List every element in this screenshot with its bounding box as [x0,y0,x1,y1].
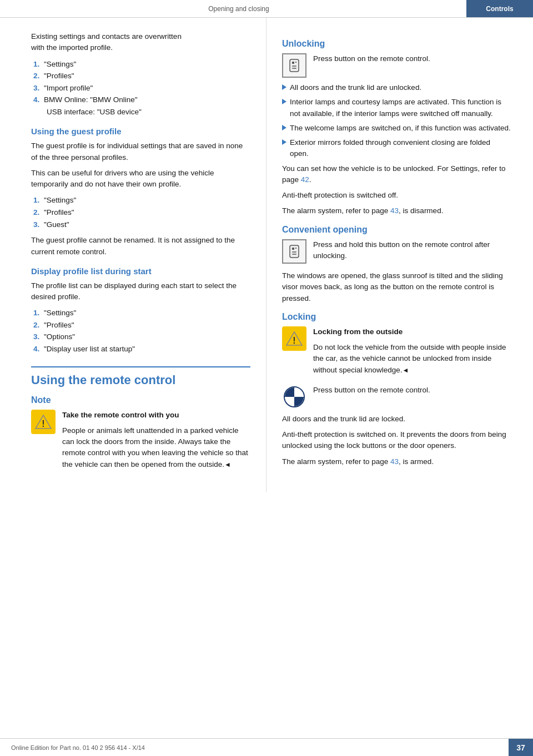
remote-control-icon [282,53,306,78]
list-item: 4. BMW Online: "BMW Online" [31,94,250,106]
list-item: 1. "Settings" [31,58,250,70]
list-item: USB interface: "USB device" [31,106,250,118]
unlocking-p3: The alarm system, refer to page 43, is d… [282,205,511,216]
locking-warning-text: Locking from the outside Do not lock the… [313,326,511,380]
left-column: Existing settings and contacts are overw… [0,18,266,492]
locking-warning-icon: ! [282,326,306,351]
list-item: 2. "Profiles" [31,70,250,82]
header-section-left: Opening and closing [0,5,466,13]
locking-icon-label: Press button on the remote control. [313,385,430,396]
steps-import: 1. "Settings" 2. "Profiles" 3. "Import p… [31,58,250,118]
intro-line1: Existing settings and contacts are overw… [31,31,250,54]
unlocking-icon-label: Press button on the remote control. [313,53,430,64]
unlocking-p1: You can set how the vehicle is to be unl… [282,163,511,186]
remote-control-hold-icon [282,239,306,264]
section-locking-heading: Locking [282,312,511,322]
page-link-42[interactable]: 42 [301,175,309,184]
footer-label: Online Edition for Part no. 01 40 2 956 … [11,744,145,751]
unlocking-icon-row: Press button on the remote control. [282,53,511,78]
locking-warning-row: ! Locking from the outside Do not lock t… [282,326,511,380]
arrow-icon [282,84,286,90]
arrow-icon [282,99,286,104]
list-item: 3. "Guest" [31,219,250,231]
page-link-43b[interactable]: 43 [390,457,399,466]
svg-rect-10 [292,251,296,253]
svg-text:!: ! [293,336,295,345]
main-content: Existing settings and contacts are overw… [0,18,533,492]
display-p1: The profile list can be displayed during… [31,280,250,303]
svg-text:!: ! [42,419,44,429]
right-column: Unlocking Press button on the remote con… [266,18,533,492]
arrow-icon [282,139,286,145]
list-item: 2. "Profiles" [31,319,250,331]
note-p1: People or animals left unattended in a p… [62,425,250,470]
bullet-unlocking-1: All doors and the trunk lid are unlocked… [282,82,511,93]
svg-rect-8 [292,248,294,250]
list-item: 3. "Import profile" [31,82,250,94]
page-footer: Online Edition for Part no. 01 40 2 956 … [0,738,533,756]
steps-guest: 1. "Settings" 2. "Profiles" 3. "Guest" [31,194,250,230]
svg-rect-6 [292,68,296,69]
list-item: 1. "Settings" [31,307,250,319]
convenient-p1: The windows are opened, the glass sunroo… [282,270,511,304]
section-convenient-heading: Convenient opening [282,225,511,235]
svg-rect-9 [295,248,296,249]
warning-icon: ! [31,410,56,434]
page-header: Opening and closing Controls [0,0,533,18]
header-right-label: Controls [486,5,513,13]
svg-rect-5 [292,65,296,67]
note-text-block: Take the remote control with you People … [62,410,250,475]
section-guest-heading: Using the guest profile [31,127,250,136]
list-item: 4. "Display user list at startup" [31,343,250,355]
convenient-icon-row: Press and hold this button on the remote… [282,239,511,266]
bmw-circle-logo [284,386,305,407]
locking-p4: The alarm system, refer to page 43, is a… [282,456,511,467]
section-display-heading: Display profile list during start [31,266,250,276]
svg-rect-11 [292,254,296,255]
section-remote-heading: Using the remote control [31,366,250,387]
bullet-unlocking-4: Exterior mirrors folded through convenie… [282,137,511,160]
svg-rect-3 [292,62,294,64]
page-link-43a[interactable]: 43 [390,206,399,215]
bullet-unlocking-2: Interior lamps and courtesy lamps are ac… [282,97,511,119]
locking-icon-row: Press button on the remote control. [282,385,511,409]
page-number: 37 [509,739,533,756]
guest-p3: The guest profile cannot be renamed. It … [31,235,250,258]
bmw-logo [282,385,306,409]
locking-p3: Anti-theft protection is switched on. It… [282,429,511,452]
note-icon-row: ! Take the remote control with you Peopl… [31,410,250,475]
list-item: 3. "Options" [31,331,250,343]
arrow-icon [282,125,286,130]
steps-display: 1. "Settings" 2. "Profiles" 3. "Options"… [31,307,250,355]
list-item: 1. "Settings" [31,194,250,206]
section-unlocking-heading: Unlocking [282,39,511,49]
bullet-unlocking-3: The welcome lamps are switched on, if th… [282,123,511,134]
header-section-right: Controls [466,0,533,17]
note-warning-label: Take the remote control with you [62,410,250,421]
locking-p2: All doors and the trunk lid are locked. [282,414,511,425]
unlocking-p2: Anti-theft protection is switched off. [282,190,511,201]
convenient-icon-label: Press and hold this button on the remote… [313,239,511,262]
locking-p1: Do not lock the vehicle from the outside… [313,342,511,376]
guest-p1: The guest profile is for individual sett… [31,140,250,163]
list-item: 2. "Profiles" [31,206,250,219]
locking-warning-label: Locking from the outside [313,326,511,337]
section-note-heading: Note [31,395,250,405]
svg-rect-4 [295,62,296,63]
guest-p2: This can be useful for drivers who are u… [31,168,250,190]
header-left-label: Opening and closing [208,5,269,13]
